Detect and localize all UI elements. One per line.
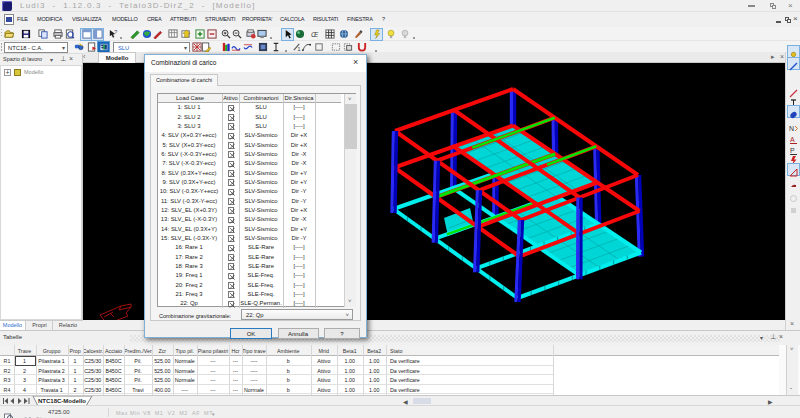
svg-text:Œ: Œ [310, 29, 318, 38]
svg-text:?: ? [114, 29, 117, 35]
svg-text:E: E [100, 46, 103, 51]
